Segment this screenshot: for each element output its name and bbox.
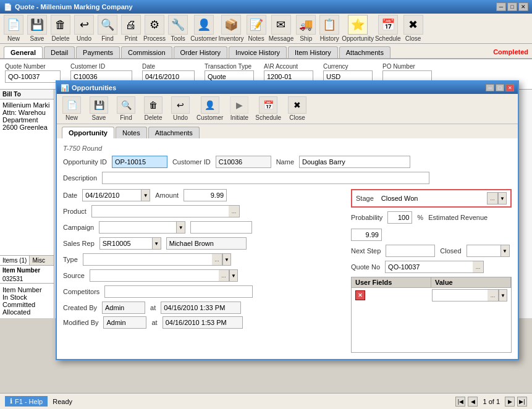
sales-rep-field[interactable]: SR10005 <box>100 240 152 247</box>
campaign-label: Campaign <box>63 224 94 231</box>
modal-undo-button[interactable]: ↩Undo <box>169 96 192 121</box>
print-button[interactable]: 🖨Print <box>120 15 142 42</box>
tab-detail[interactable]: Detail <box>44 46 75 58</box>
competitors-input[interactable] <box>104 285 253 298</box>
bill-to-label: Bill To <box>0 90 54 99</box>
date-field[interactable]: 04/16/2010 <box>83 192 141 199</box>
undo-button[interactable]: ↩Undo <box>73 15 95 42</box>
user-fields-remove-button[interactable]: ✕ <box>355 290 365 300</box>
minimize-button[interactable]: ─ <box>496 2 506 11</box>
first-page-button[interactable]: |◀ <box>455 397 465 407</box>
tab-invoice-history[interactable]: Invoice History <box>229 46 287 58</box>
tab-attachments[interactable]: Attachments <box>148 127 200 138</box>
description-input[interactable] <box>102 172 429 184</box>
product-input[interactable] <box>91 205 229 217</box>
modal-customer-button[interactable]: 👤Customer <box>196 96 223 121</box>
sales-rep-dropdown-arrow[interactable]: ▼ <box>152 238 161 249</box>
date-dropdown-arrow[interactable]: ▼ <box>141 190 150 201</box>
source-input[interactable] <box>90 269 219 282</box>
process-button[interactable]: ⚙Process <box>143 15 166 42</box>
user-field-dropdown-arrow[interactable]: ▼ <box>499 289 507 301</box>
last-page-button[interactable]: ▶| <box>517 397 527 407</box>
tab-general[interactable]: General <box>4 46 43 58</box>
type-dropdown-arrow[interactable]: ▼ <box>222 253 231 266</box>
notes-button[interactable]: 📝Notes <box>245 15 268 42</box>
user-field-value-input[interactable] <box>432 289 488 301</box>
closed-dropdown-arrow[interactable]: ▼ <box>500 245 509 256</box>
message-button[interactable]: ✉Message <box>269 15 294 42</box>
modified-at-input[interactable] <box>163 316 243 329</box>
modal-schedule-button[interactable]: 📅Schedule <box>255 96 281 121</box>
find-button[interactable]: 🔍Find <box>96 15 119 42</box>
quote-number-input[interactable] <box>5 70 61 83</box>
modal-title-bar: 📊 Opportunities ─ □ ✕ <box>57 82 518 94</box>
schedule-button[interactable]: 📅Schedule <box>375 15 401 42</box>
modal-delete-button[interactable]: 🗑Delete <box>142 96 164 121</box>
est-revenue-input[interactable] <box>351 229 382 241</box>
misc-tab[interactable]: Misc <box>30 256 48 265</box>
quote-no-browse-button[interactable]: … <box>473 261 484 273</box>
tab-opportunity[interactable]: Opportunity <box>62 127 114 138</box>
description-label: Description <box>63 174 97 182</box>
modal-customer-id-input[interactable] <box>216 156 271 168</box>
created-by-input[interactable] <box>102 301 145 314</box>
opportunity-button[interactable]: ⭐Opportunity <box>342 15 374 42</box>
campaign-input2[interactable] <box>190 221 252 234</box>
modal-icon: 📊 <box>61 84 69 92</box>
opp-product-row: Product … <box>63 205 344 217</box>
amount-input[interactable] <box>184 189 227 201</box>
tab-payments[interactable]: Payments <box>76 46 120 58</box>
product-browse-button[interactable]: … <box>229 205 240 217</box>
modal-minimize-button[interactable]: ─ <box>486 84 494 91</box>
modal-window-controls: ─ □ ✕ <box>486 84 514 91</box>
new-button[interactable]: 📄New <box>2 15 25 42</box>
prev-page-button[interactable]: ◀ <box>468 397 478 407</box>
type-browse-button[interactable]: … <box>212 253 223 266</box>
main-close-button[interactable]: ✖Close <box>402 15 424 42</box>
stage-dropdown-arrow[interactable]: ▼ <box>498 192 507 204</box>
customer-button[interactable]: 👤Customer <box>190 15 217 42</box>
close-window-button[interactable]: ✕ <box>518 2 528 11</box>
modal-x-button[interactable]: ✕ <box>505 84 514 91</box>
modal-save-button[interactable]: 💾Save <box>88 96 110 121</box>
source-dropdown-arrow[interactable]: ▼ <box>229 269 238 282</box>
tab-order-history[interactable]: Order History <box>174 46 227 58</box>
created-at-input[interactable] <box>161 301 241 314</box>
tools-button[interactable]: 🔧Tools <box>167 15 189 42</box>
inventory-button[interactable]: 📦Inventory <box>218 15 243 42</box>
sales-rep-label: Sales Rep <box>63 240 95 247</box>
tab-attachments[interactable]: Attachments <box>339 46 391 58</box>
source-browse-button[interactable]: … <box>219 269 230 282</box>
modal-maximize-button[interactable]: □ <box>496 84 504 91</box>
next-page-button[interactable]: ▶ <box>505 397 515 407</box>
ship-button[interactable]: 🚚Ship <box>295 15 317 42</box>
stage-input[interactable] <box>379 192 487 204</box>
opp-created-row: Created By at <box>63 301 344 314</box>
name-input[interactable] <box>299 156 410 168</box>
tab-commission[interactable]: Commission <box>121 46 172 58</box>
tab-item-history[interactable]: Item History <box>288 46 338 58</box>
next-step-input[interactable] <box>386 245 435 257</box>
help-button[interactable]: ℹ F1 - Help <box>5 396 48 407</box>
campaign-dropdown-arrow[interactable]: ▼ <box>176 222 185 233</box>
quote-no-input[interactable] <box>385 261 473 273</box>
save-button[interactable]: 💾Save <box>26 15 48 42</box>
tab-notes[interactable]: Notes <box>116 127 147 138</box>
probability-input[interactable] <box>387 211 412 224</box>
items-tab[interactable]: Items (1) <box>0 256 30 265</box>
type-input[interactable] <box>83 253 212 266</box>
modal-find-button[interactable]: 🔍Find <box>115 96 137 121</box>
modal-initiate-button[interactable]: ▶Initiate <box>228 96 250 121</box>
value-col-header: Value <box>431 277 511 287</box>
stage-browse-button[interactable]: … <box>487 192 498 204</box>
sales-rep-name-input[interactable] <box>166 237 247 250</box>
modified-by-input[interactable] <box>103 316 146 329</box>
modal-close-button[interactable]: ✖Close <box>286 96 308 121</box>
delete-button[interactable]: 🗑Delete <box>49 15 72 42</box>
status-text: Ready <box>53 398 72 405</box>
history-button[interactable]: 📋History <box>318 15 340 42</box>
opportunity-id-input[interactable] <box>112 156 167 168</box>
modal-new-button[interactable]: 📄New <box>61 96 83 121</box>
maximize-button[interactable]: □ <box>507 2 517 11</box>
user-field-browse-button[interactable]: … <box>488 289 499 301</box>
